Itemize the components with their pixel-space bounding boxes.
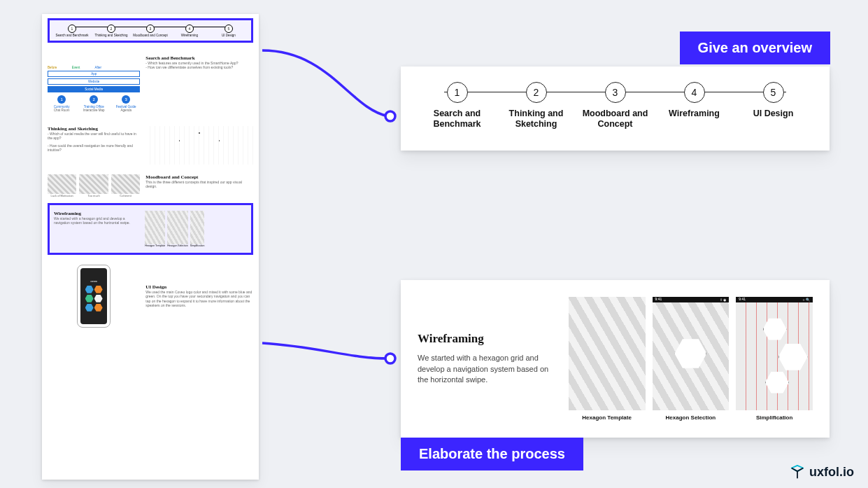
brand-logo: uxfol.io [790, 464, 854, 480]
phone-mockup: coveo [77, 265, 111, 328]
sketch-graphic [145, 126, 253, 165]
step-4: 4Wireframing [655, 82, 734, 119]
mini-ui-design-section: coveo UI Design We used the main Coveo l… [48, 265, 253, 328]
wire-thumb-2: 9:41⇧ ◉ Hexagon Selection [653, 297, 730, 421]
mini-wireframing-highlight: Wireframing We started with a hexagon gr… [48, 203, 253, 255]
step-5: 5UI Design [734, 82, 813, 119]
svg-point-0 [385, 111, 395, 121]
step-1: 1Search and Benchmark [418, 82, 497, 130]
process-stepper: 1Search and Benchmark 2Thinking and Sket… [418, 82, 813, 130]
overview-card: 1Search and Benchmark 2Thinking and Sket… [401, 67, 830, 151]
brand-text: uxfol.io [809, 465, 854, 480]
wireframe-gallery: Hexagon Template 9:41⇧ ◉ Hexagon Selecti… [569, 297, 813, 421]
step-3: 3Moodboard and Concept [576, 82, 655, 130]
wire-thumb-3: 9:41○ 🔍 Simplification [736, 297, 813, 421]
mini-stepper-highlight: 1Search and Benchmark 2Thinking and Sket… [48, 18, 253, 43]
mini-thinking-section: Thinking and Sketching - Which of social… [48, 126, 253, 165]
case-study-thumbnail: 1Search and Benchmark 2Thinking and Sket… [42, 14, 259, 480]
svg-point-1 [385, 354, 395, 363]
wireframing-card: Wireframing We started with a hexagon gr… [401, 280, 830, 438]
overview-label: Give an overview [680, 32, 830, 64]
wireframing-title: Wireframing [418, 332, 556, 346]
wire-thumb-1: Hexagon Template [569, 297, 646, 421]
mini-moodboard-section: Lack of MotivationToo muchCoherent Moodb… [48, 174, 253, 197]
step-2: 2Thinking and Sketching [497, 82, 576, 130]
uxfolio-mark-icon [790, 464, 805, 480]
mini-search-section: Before Event After App Website Social Me… [48, 55, 253, 115]
elaborate-label: Elaborate the process [401, 438, 583, 470]
wireframing-body: We started with a hexagon grid and devel… [418, 353, 556, 386]
